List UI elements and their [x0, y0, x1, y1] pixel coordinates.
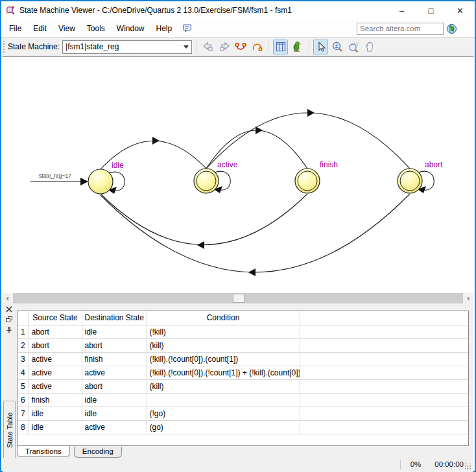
select-tool-button[interactable] [313, 40, 328, 54]
maximize-icon[interactable]: □ [416, 1, 446, 19]
col-destination-state[interactable]: Destination State [82, 311, 147, 325]
forward-arrow-icon [219, 41, 230, 53]
transitions-table-container: Source State Destination State Condition… [17, 311, 469, 446]
pin-icon [5, 326, 13, 334]
zoom-region-icon [348, 41, 359, 53]
col-empty[interactable] [300, 311, 468, 325]
feedback-icon[interactable] [182, 23, 193, 34]
table-row[interactable]: 4active active(!kill).(!count[0]).(!coun… [18, 366, 468, 379]
bird-icon [291, 41, 303, 53]
state-machine-select[interactable]: |fsm1|state_reg [62, 40, 192, 54]
globe-icon [446, 23, 457, 34]
zoom-selection-button[interactable] [346, 40, 361, 54]
scroll-right-icon[interactable]: › [463, 293, 473, 303]
dock-tab-state-table[interactable]: State Table [3, 401, 16, 459]
tab-encoding[interactable]: Encoding [74, 447, 122, 458]
state-table-dock: State Table Source State Destination Sta… [3, 303, 473, 458]
state-active[interactable]: active [194, 160, 238, 193]
edge-finish-idle[interactable] [101, 194, 307, 245]
state-diagram-canvas[interactable]: state_reg~17 idle [3, 56, 473, 293]
state-label: finish [320, 160, 338, 169]
fsm-diagram: state_reg~17 idle [3, 57, 476, 293]
state-machine-label: State Machine: [8, 42, 60, 51]
close-icon [6, 306, 12, 313]
menu-edit[interactable]: Edit [27, 21, 53, 36]
dock-title: State Table [6, 412, 14, 448]
hand-icon [364, 41, 375, 53]
table-row[interactable]: 1abort idle(!kill) [18, 325, 468, 338]
loop-curve-icon [251, 41, 263, 53]
window-title: State Machine Viewer - C:/OneDrive/Quart… [19, 6, 292, 15]
state-machine-value: |fsm1|state_reg [63, 42, 181, 51]
dock-float-button[interactable] [5, 315, 14, 324]
progress-value: 0% [405, 460, 427, 468]
bottom-tabs: Transitions Encoding [17, 447, 122, 458]
back-arrow-icon [202, 41, 214, 53]
table-row[interactable]: 3active finish(!kill).(!count[0]).(count… [18, 352, 468, 366]
search-input[interactable] [357, 23, 444, 35]
close-icon[interactable]: ✕ [446, 1, 475, 19]
toolbar-separator [194, 40, 198, 53]
state-finish[interactable]: finish [295, 160, 338, 193]
svg-text:±: ± [334, 43, 339, 49]
edge-abort-idle[interactable] [101, 194, 410, 272]
tab-transitions[interactable]: Transitions [17, 446, 70, 457]
table-row[interactable]: 8idle active(go) [18, 420, 468, 434]
app-icon [5, 5, 16, 16]
state-label: abort [425, 160, 443, 169]
zoom-plus-minus-icon: ± [331, 41, 343, 53]
table-row[interactable]: 6finish idle [18, 393, 468, 407]
search-globe-button[interactable] [445, 22, 458, 35]
menu-tools[interactable]: Tools [81, 21, 111, 36]
entry-label: state_reg~17 [39, 172, 71, 179]
menu-view[interactable]: View [53, 21, 81, 36]
menu-window[interactable]: Window [111, 21, 150, 36]
status-bar: 0% 00:00:00 [3, 458, 473, 472]
horizontal-scrollbar[interactable]: ‹ › [3, 293, 473, 303]
toolbar-drag-handle[interactable] [3, 40, 6, 53]
menu-help[interactable]: Help [150, 21, 178, 36]
elapsed-time: 00:00:00 [429, 460, 464, 468]
menu-file[interactable]: File [3, 21, 27, 36]
toolbar-separator [307, 40, 311, 53]
transition-curve-icon [235, 41, 246, 53]
toolbar: State Machine: |fsm1|state_reg [1, 37, 475, 56]
scrollbar-thumb[interactable] [233, 294, 244, 303]
resize-grip[interactable] [465, 464, 471, 470]
corner-header[interactable] [18, 311, 29, 325]
entry-arrow: state_reg~17 [30, 172, 88, 185]
pan-tool-button[interactable] [362, 40, 377, 54]
state-idle[interactable]: idle [88, 161, 124, 194]
highlight-transitions-button[interactable] [233, 40, 248, 54]
status-separator [400, 460, 401, 469]
cursor-icon [315, 41, 327, 53]
table-row[interactable]: 5active abort(kill) [18, 379, 468, 393]
table-row[interactable]: 7idle idle(!go) [18, 407, 468, 420]
table-row[interactable]: 2abort abort(kill) [18, 338, 468, 352]
highlight-loops-button[interactable] [249, 40, 264, 54]
dock-close-button[interactable] [5, 305, 14, 314]
state-abort[interactable]: abort [398, 160, 443, 193]
minimize-icon[interactable]: – [387, 1, 416, 19]
back-button[interactable] [200, 40, 215, 54]
chevron-down-icon[interactable] [181, 41, 191, 53]
float-window-icon [5, 316, 13, 324]
forward-button[interactable] [217, 40, 232, 54]
toolbar-separator [267, 40, 270, 53]
transitions-table: Source State Destination State Condition… [18, 311, 468, 434]
title-bar[interactable]: State Machine Viewer - C:/OneDrive/Quart… [1, 1, 475, 19]
state-label: idle [112, 161, 124, 170]
table-header-row: Source State Destination State Condition [18, 311, 468, 325]
col-condition[interactable]: Condition [147, 311, 300, 325]
dock-button-strip: State Table [3, 303, 16, 458]
state-table-toggle-button[interactable] [273, 40, 288, 54]
state-label: active [217, 160, 238, 169]
app-window: State Machine Viewer - C:/OneDrive/Quart… [0, 0, 476, 472]
table-icon [275, 41, 287, 53]
dock-pin-button[interactable] [5, 325, 14, 335]
zoom-tool-button[interactable]: ± [329, 40, 344, 54]
encoding-viewer-button[interactable] [289, 40, 304, 54]
scroll-left-icon[interactable]: ‹ [3, 293, 13, 303]
col-source-state[interactable]: Source State [29, 311, 82, 325]
menu-bar: File Edit View Tools Window Help [1, 19, 475, 37]
